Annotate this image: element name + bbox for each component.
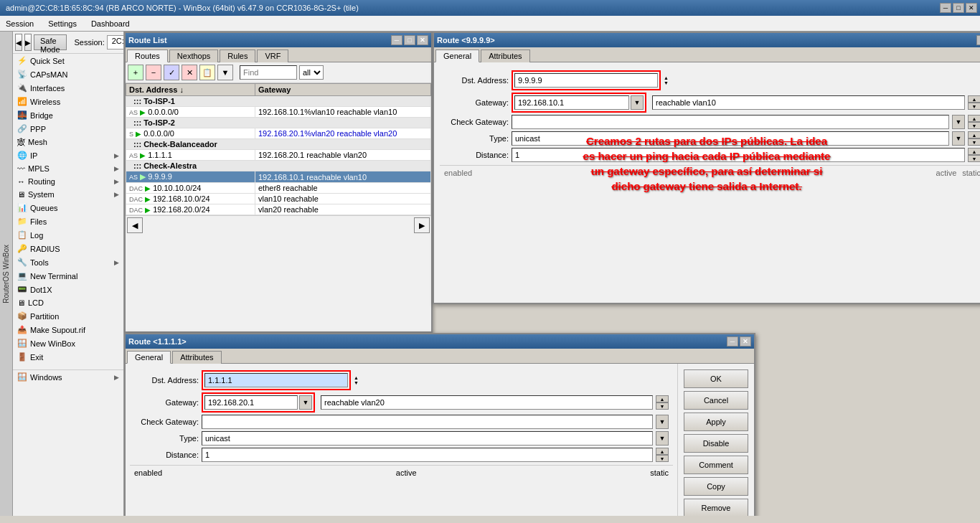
type-combo-111[interactable]: ▼ (656, 431, 669, 446)
route-999-close[interactable]: ✕ (976, 35, 980, 45)
menu-dashboard[interactable]: Dashboard (88, 18, 133, 29)
gateway-input-111[interactable] (204, 395, 298, 410)
remove-button-111[interactable]: Remove (684, 499, 748, 516)
ok-button-111[interactable]: OK (684, 369, 748, 388)
sidebar-item-ip[interactable]: 🌐 IP ▶ (13, 149, 123, 162)
table-row[interactable]: ::: To-ISP-2 (126, 118, 431, 128)
add-button[interactable]: + (128, 65, 143, 80)
sidebar-item-mesh[interactable]: 🕸 Mesh (13, 136, 123, 149)
table-row[interactable]: ::: Check-Balanceador (126, 139, 431, 150)
sidebar-item-mpls[interactable]: 〰 MPLS ▶ (13, 162, 123, 175)
table-row[interactable]: DAC ▶ 192.168.10.0/24 vlan10 reachable (126, 194, 431, 204)
minimize-button[interactable]: ─ (940, 3, 951, 13)
gw-down-111[interactable]: ▼ (656, 402, 669, 410)
route-999-title-bar[interactable]: Route <9.9.9.9> ✕ (434, 33, 980, 47)
gateway-extra-input-999[interactable] (652, 95, 965, 110)
sidebar-item-make-supout[interactable]: 📤 Make Supout.rif (13, 323, 123, 336)
sidebar-item-system[interactable]: 🖥 System ▶ (13, 188, 123, 201)
table-row[interactable]: ::: To-ISP-1 (126, 96, 431, 107)
maximize-button[interactable]: □ (953, 3, 964, 13)
sidebar-item-routing[interactable]: ↔ Routing ▶ (13, 175, 123, 188)
sidebar-item-exit[interactable]: 🚪 Exit (13, 350, 123, 364)
route-list-close[interactable]: ✕ (417, 35, 428, 45)
route-999-controls[interactable]: ✕ (976, 35, 980, 45)
tab-999-general[interactable]: General (435, 50, 479, 62)
menu-session[interactable]: Session (3, 18, 37, 29)
apply-button-111[interactable]: Apply (684, 413, 748, 431)
route-list-title-bar[interactable]: Route List ─ □ ✕ (126, 33, 431, 47)
sidebar-item-interfaces[interactable]: 🔌 Interfaces (13, 81, 123, 95)
tab-nexthops[interactable]: Nexthops (169, 50, 218, 62)
gateway-up-999[interactable]: ▲ (968, 95, 980, 103)
check-gateway-input-999[interactable] (512, 115, 949, 129)
cancel-button-111[interactable]: Cancel (684, 391, 748, 410)
dist-down-999[interactable]: ▼ (968, 155, 980, 162)
filter-button[interactable]: ▼ (217, 65, 233, 80)
route-111-controls[interactable]: ─ ✕ (727, 336, 751, 347)
sidebar-item-new-terminal[interactable]: 💻 New Terminal (13, 269, 123, 283)
copy-button[interactable]: 📋 (199, 65, 215, 80)
scroll-left[interactable]: ◀ (127, 217, 143, 233)
close-button[interactable]: ✕ (966, 3, 977, 13)
route-111-close[interactable]: ✕ (740, 336, 751, 347)
back-button[interactable]: ◀ (15, 34, 22, 51)
title-bar-controls[interactable]: ─ □ ✕ (940, 3, 977, 13)
check-gateway-input-111[interactable] (202, 415, 653, 429)
sidebar-item-wireless[interactable]: 📶 Wireless (13, 95, 123, 108)
tab-routes[interactable]: Routes (127, 50, 168, 62)
sidebar-item-queues[interactable]: 📊 Queues (13, 201, 123, 215)
dist-up-111[interactable]: ▲ (656, 448, 669, 455)
table-row[interactable]: DAC ▶ 10.10.10.0/24 ether8 reachable (126, 183, 431, 194)
sidebar-item-new-winbox[interactable]: 🪟 New WinBox (13, 336, 123, 350)
sidebar-item-files[interactable]: 📁 Files (13, 215, 123, 228)
sidebar-item-windows[interactable]: 🪟 Windows ▶ (13, 369, 123, 384)
dst-address-input-111[interactable] (204, 373, 348, 387)
table-row[interactable]: S ▶ 0.0.0.0/0 192.168.20.1%vlan20 reacha… (126, 128, 431, 139)
table-row[interactable]: ::: Check-Alestra (126, 161, 431, 171)
sidebar-item-capsman[interactable]: 📡 CAPsMAN (13, 67, 123, 81)
tab-111-attributes[interactable]: Attributes (172, 351, 221, 364)
gateway-combo-btn-999[interactable]: ▼ (631, 95, 644, 110)
sidebar-item-ppp[interactable]: 🔗 PPP (13, 122, 123, 136)
edit-button[interactable]: ✓ (164, 65, 179, 80)
gateway-down-999[interactable]: ▼ (968, 103, 980, 110)
route-111-minimize[interactable]: ─ (727, 336, 738, 347)
tab-111-general[interactable]: General (127, 351, 171, 364)
sidebar-item-radius[interactable]: 🔑 RADIUS (13, 242, 123, 255)
dist-up-999[interactable]: ▲ (968, 148, 980, 155)
type-down-999[interactable]: ▼ (968, 138, 980, 146)
find-combo[interactable]: all (299, 65, 324, 80)
sidebar-item-lcd[interactable]: 🖥 LCD (13, 296, 123, 309)
safe-mode-button[interactable]: Safe Mode (34, 34, 67, 50)
dst-up-111[interactable]: ▲ (354, 375, 364, 380)
tab-rules[interactable]: Rules (220, 50, 255, 62)
dst-address-input-999[interactable] (514, 73, 658, 88)
table-row[interactable]: AS ▶ 1.1.1.1 192.168.20.1 reachable vlan… (126, 150, 431, 161)
sidebar-item-partition[interactable]: 📦 Partition (13, 309, 123, 323)
gateway-combo-btn-111[interactable]: ▼ (299, 395, 312, 410)
col-gateway[interactable]: Gateway (255, 84, 431, 96)
sidebar-item-bridge[interactable]: 🌉 Bridge (13, 108, 123, 122)
disable-button[interactable]: ✕ (182, 65, 197, 80)
sidebar-item-tools[interactable]: 🔧 Tools ▶ (13, 255, 123, 269)
copy-button-111[interactable]: Copy (684, 477, 748, 496)
col-dst-address[interactable]: Dst. Address ↓ (126, 84, 255, 96)
sidebar-item-dot1x[interactable]: 📟 Dot1X (13, 283, 123, 296)
check-gw-down-999[interactable]: ▼ (968, 122, 980, 129)
scroll-right[interactable]: ▶ (414, 217, 430, 233)
comment-button-111[interactable]: Comment (684, 456, 748, 474)
remove-button[interactable]: − (146, 65, 161, 80)
check-gateway-combo-999[interactable]: ▼ (952, 115, 965, 129)
disable-button-111[interactable]: Disable (684, 434, 748, 453)
route-list-maximize[interactable]: □ (404, 35, 415, 45)
check-gw-up-999[interactable]: ▲ (968, 115, 980, 122)
dst-down-111[interactable]: ▼ (354, 380, 364, 385)
route-list-controls[interactable]: ─ □ ✕ (391, 35, 428, 45)
gateway-extra-input-111[interactable] (321, 395, 653, 410)
sidebar-item-log[interactable]: 📋 Log (13, 228, 123, 242)
dist-down-111[interactable]: ▼ (656, 455, 669, 462)
gw-up-111[interactable]: ▲ (656, 395, 669, 402)
table-row[interactable]: DAC ▶ 192.168.20.0/24 vlan20 reachable (126, 204, 431, 215)
type-input-111[interactable] (202, 431, 653, 446)
route-list-minimize[interactable]: ─ (391, 35, 402, 45)
